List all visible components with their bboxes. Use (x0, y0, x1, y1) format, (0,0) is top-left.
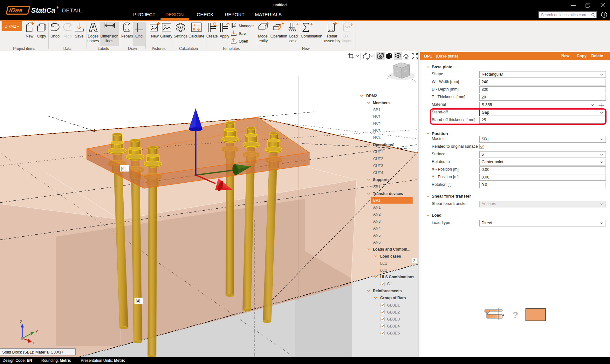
svg-text:[4]: [4] (136, 299, 140, 303)
svg-text:?: ? (512, 310, 518, 320)
svg-text:IDea: IDea (8, 7, 24, 14)
svg-text:2: 2 (413, 259, 415, 263)
svg-text:[6]: [6] (121, 166, 126, 171)
svg-text:X: X (32, 341, 35, 345)
svg-text:DETAIL: DETAIL (62, 8, 82, 13)
svg-text:Y: Y (396, 71, 398, 73)
svg-text:Z: Z (20, 320, 22, 324)
svg-text:®: ® (57, 6, 59, 9)
svg-text:-X: -X (404, 70, 407, 72)
svg-text:4: 4 (93, 129, 95, 133)
svg-text:Solid Block (SB1): Material C3: Solid Block (SB1): Material C30/37 (2, 350, 63, 354)
svg-text:DXF: DXF (345, 26, 351, 29)
svg-text:StatiCa: StatiCa (31, 6, 55, 14)
svg-text:Y: Y (36, 330, 38, 334)
